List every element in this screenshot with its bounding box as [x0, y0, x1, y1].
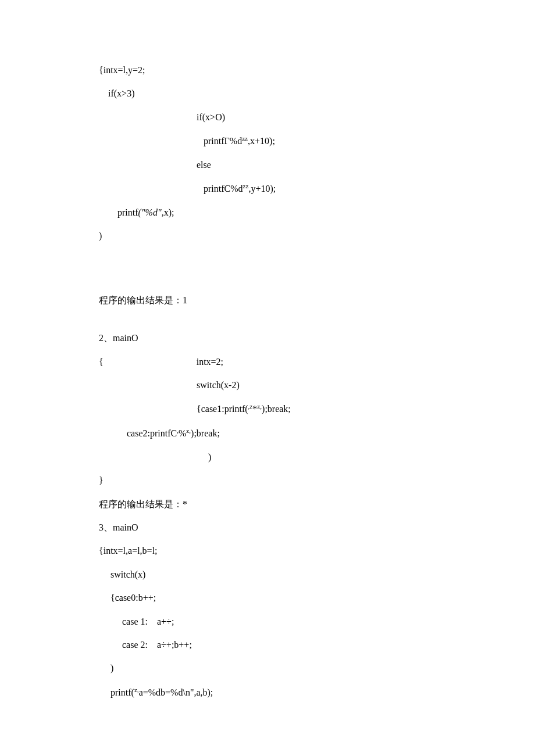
- code-text: );break;: [262, 404, 291, 414]
- superscript: z,: [257, 403, 262, 410]
- result-line: 程序的输出结果是：1: [99, 294, 535, 307]
- code-line: case 1: a+÷;: [99, 615, 535, 628]
- code-text: {case1:printf(: [99, 404, 248, 414]
- code-line: else: [99, 159, 535, 171]
- superscript: z,: [134, 686, 139, 693]
- code-line: printfC%dzz,y+10);: [99, 182, 535, 196]
- code-line: if(x>3): [99, 87, 535, 100]
- code-line: printf(z,a=%db=%d\n",a,b);: [99, 686, 535, 700]
- code-text: %: [179, 428, 186, 438]
- spacer: [99, 253, 535, 294]
- code-line: { intx=2;: [99, 356, 535, 368]
- document-page: {intx=l,y=2; if(x>3) if(x>O) printfΓ%dzz…: [0, 0, 535, 699]
- code-line: {intx=l,a=l,b=l;: [99, 544, 535, 557]
- code-text: printf(: [99, 687, 134, 697]
- code-line: switch(x): [99, 568, 535, 581]
- code-line: {case1:printf(,z*z,);break;: [99, 402, 535, 416]
- code-text: printfΓ%d: [99, 137, 242, 146]
- spacer: [99, 317, 535, 332]
- code-line: printf("%d",x);: [99, 206, 535, 219]
- code-text: x);: [164, 207, 174, 217]
- code-text: );break;: [191, 428, 220, 438]
- code-text: printf: [99, 207, 138, 217]
- code-line: ): [99, 451, 535, 464]
- code-line: ): [99, 230, 535, 242]
- code-line: {case0:b++;: [99, 592, 535, 604]
- code-text: ,y+10);: [248, 184, 276, 194]
- code-line: 2、mainO: [99, 332, 535, 345]
- code-text: printfC%d: [99, 184, 243, 194]
- code-line: if(x>O): [99, 111, 535, 124]
- code-line: ): [99, 662, 535, 675]
- code-text: ,x+10);: [248, 137, 275, 146]
- code-line: switch(x-2): [99, 379, 535, 392]
- code-line: {intx=l,y=2;: [99, 64, 535, 77]
- superscript: zz: [242, 135, 248, 142]
- code-line: case2:printfC,%z,);break;: [99, 427, 535, 440]
- code-line: printfΓ%dzz,x+10);: [99, 134, 535, 148]
- superscript: z,: [186, 427, 191, 434]
- code-text-italic: ("%d",: [138, 207, 164, 217]
- code-text: a=%db=%d\n: [139, 687, 190, 697]
- code-text: case2:printfC: [99, 428, 177, 438]
- code-line: }: [99, 474, 535, 487]
- code-text: ",a,b);: [190, 687, 213, 697]
- superscript: zz: [243, 182, 249, 189]
- result-line: 程序的输出结果是：*: [99, 498, 535, 511]
- code-line: case 2: a÷+;b++;: [99, 639, 535, 651]
- code-line: 3、mainO: [99, 521, 535, 534]
